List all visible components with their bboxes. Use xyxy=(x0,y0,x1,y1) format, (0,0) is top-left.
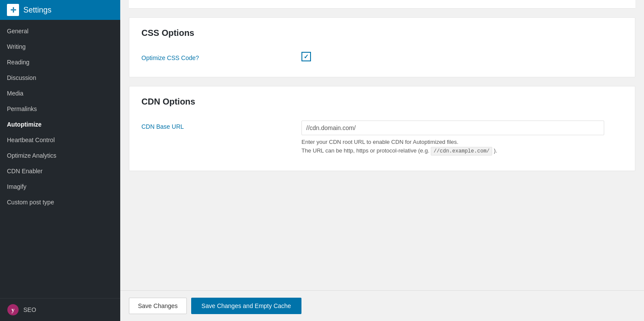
cdn-help-text-3: ). xyxy=(494,147,497,154)
sidebar-footer: y SEO xyxy=(0,298,120,321)
sidebar-item-custom-post-type[interactable]: Custom post type xyxy=(0,194,120,210)
cdn-url-row: CDN Base URL Enter your CDN root URL to … xyxy=(141,115,623,160)
sidebar-item-general[interactable]: General xyxy=(0,23,120,39)
css-options-title: CSS Options xyxy=(141,28,623,38)
main-content: CSS Options Optimize CSS Code? CDN Optio… xyxy=(120,0,644,321)
content-area: CSS Options Optimize CSS Code? CDN Optio… xyxy=(120,0,644,290)
cdn-url-label[interactable]: CDN Base URL xyxy=(141,121,293,130)
svg-text:y: y xyxy=(12,307,15,313)
sidebar-item-autoptimize[interactable]: Autoptimize xyxy=(0,117,120,132)
optimize-css-checkbox[interactable] xyxy=(301,52,311,61)
cdn-help-text-2: The URL can be http, https or protocol-r… xyxy=(301,147,429,154)
cdn-url-input[interactable] xyxy=(301,121,604,135)
sidebar-item-heartbeat[interactable]: Heartbeat Control xyxy=(0,132,120,148)
settings-icon: ✛ xyxy=(7,4,19,16)
sidebar-item-cdn-enabler[interactable]: CDN Enabler xyxy=(0,163,120,179)
save-changes-empty-cache-button[interactable]: Save Changes and Empty Cache xyxy=(191,298,301,314)
sidebar-item-imagify[interactable]: Imagify xyxy=(0,179,120,194)
sidebar-title: Settings xyxy=(23,6,51,15)
sidebar: ✛ Settings General Writing Reading Discu… xyxy=(0,0,120,321)
cdn-options-title: CDN Options xyxy=(141,97,623,107)
footer-bar: Save Changes Save Changes and Empty Cach… xyxy=(120,290,644,321)
sidebar-nav: General Writing Reading Discussion Media… xyxy=(0,20,120,298)
cdn-options-card: CDN Options CDN Base URL Enter your CDN … xyxy=(129,86,635,171)
optimize-css-label[interactable]: Optimize CSS Code? xyxy=(141,52,293,61)
save-changes-button[interactable]: Save Changes xyxy=(129,298,187,314)
cdn-example-code: //cdn.example.com/ xyxy=(431,147,492,156)
sidebar-footer-label: SEO xyxy=(23,306,36,313)
sidebar-item-reading[interactable]: Reading xyxy=(0,54,120,70)
sidebar-arrow-icon xyxy=(108,6,113,14)
sidebar-item-permalinks[interactable]: Permalinks xyxy=(0,101,120,117)
sidebar-item-writing[interactable]: Writing xyxy=(0,39,120,54)
sidebar-item-optimize-analytics[interactable]: Optimize Analytics xyxy=(0,148,120,163)
cdn-help-text-1: Enter your CDN root URL to enable CDN fo… xyxy=(301,139,458,145)
sidebar-item-media[interactable]: Media xyxy=(0,86,120,101)
yoast-icon: y xyxy=(7,304,19,316)
sidebar-item-discussion[interactable]: Discussion xyxy=(0,70,120,86)
cdn-url-control: Enter your CDN root URL to enable CDN fo… xyxy=(301,121,623,155)
top-strip xyxy=(129,0,635,9)
sidebar-header: ✛ Settings xyxy=(0,0,120,20)
css-options-card: CSS Options Optimize CSS Code? xyxy=(129,17,635,77)
optimize-css-control xyxy=(301,52,623,61)
css-optimize-row: Optimize CSS Code? xyxy=(141,47,623,67)
cdn-help-text: Enter your CDN root URL to enable CDN fo… xyxy=(301,138,604,155)
